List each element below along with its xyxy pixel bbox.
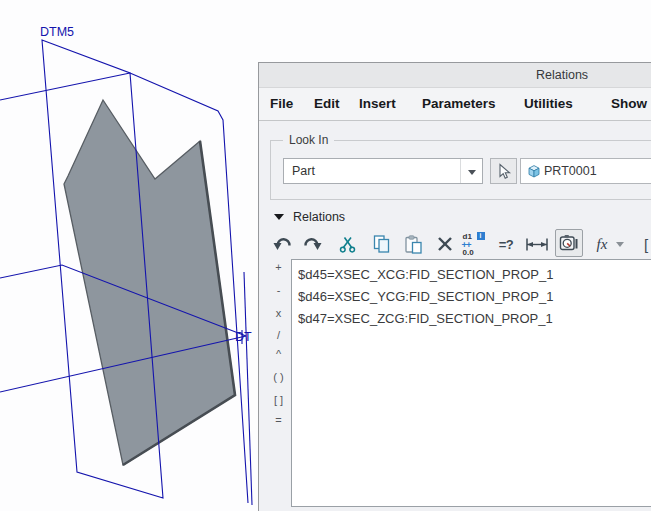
function-dropdown-arrow[interactable] [614,231,626,257]
verify-icon: =? [499,237,514,252]
copy-icon [372,235,391,253]
insert-dimension-button[interactable]: d1 ++ 0.0 i [461,231,485,257]
switch-dimensions-icon [524,237,550,252]
undo-button[interactable] [271,231,295,257]
operator-multiply[interactable]: x [269,307,288,319]
look-in-label: Look In [283,133,334,147]
undo-icon [273,236,293,252]
menu-show[interactable]: Show [611,96,647,111]
relation-line: $d47=XSEC_ZCG:FID_SECTION_PROP_1 [298,308,648,330]
menu-insert[interactable]: Insert [359,96,396,111]
info-badge-icon: i [477,232,485,240]
switch-dimensions-button[interactable] [523,231,551,257]
relations-section-header[interactable]: Relations [274,210,345,224]
datum-label-dt[interactable]: DT [235,330,252,344]
operator-minus[interactable]: - [269,284,288,296]
look-in-value: Part [292,164,315,178]
delete-x-icon [437,236,453,252]
datum-trace-vertical[interactable] [244,272,252,505]
paste-icon [404,235,423,254]
cut-button[interactable] [336,231,358,257]
look-in-combo[interactable]: Part [283,158,483,184]
verify-relations-button[interactable]: =? [495,231,517,257]
relations-dialog: Relations File Edit Insert Parameters Ut… [258,62,651,511]
scissors-icon [339,236,356,253]
operator-divide[interactable]: / [269,329,288,341]
operator-parentheses[interactable]: ( ) [269,371,288,383]
dialog-titlebar[interactable]: Relations [259,63,651,88]
copy-button[interactable] [369,231,393,257]
paste-button[interactable] [401,231,425,257]
part-cube-icon [526,164,541,179]
menu-bar: File Edit Insert Parameters Utilities Sh… [259,88,651,121]
insert-parameter-button[interactable]: [ [640,231,651,257]
function-fx-icon: fx [597,236,608,253]
insert-function-button[interactable]: fx [591,231,613,257]
operator-plus[interactable]: + [269,261,288,273]
chevron-down-icon [616,242,624,247]
operator-power[interactable]: ^ [269,348,288,360]
cursor-arrow-icon [496,163,512,180]
dims-label-bottom: 0.0 [463,248,474,257]
evaluate-button[interactable] [555,229,583,257]
collapse-triangle-icon [274,214,284,220]
relations-section-label: Relations [293,210,345,224]
relation-line: $d45=XSEC_XCG:FID_SECTION_PROP_1 [298,264,648,286]
relation-line: $d46=XSEC_YCG:FID_SECTION_PROP_1 [298,286,648,308]
operator-brackets[interactable]: [ ] [269,394,288,406]
operator-equals[interactable]: = [269,414,288,426]
insert-dimension-icon: d1 ++ 0.0 i [462,232,485,257]
menu-parameters[interactable]: Parameters [422,96,496,111]
relations-editor[interactable]: $d45=XSEC_XCG:FID_SECTION_PROP_1 $d46=XS… [291,259,651,507]
menu-utilities[interactable]: Utilities [524,96,573,111]
datum-trace-upper[interactable] [0,73,130,100]
chevron-down-icon [468,170,476,175]
combo-arrow-zone[interactable] [460,159,482,183]
model-name-field[interactable]: PRT0001 [520,158,651,184]
delete-button[interactable] [434,231,456,257]
model-name: PRT0001 [544,164,597,178]
redo-button[interactable] [300,231,324,257]
select-model-button[interactable] [490,158,517,184]
creo-workspace: DTM5 DT Relations File Edit Insert Param… [0,0,651,511]
dialog-title: Relations [536,68,588,82]
redo-icon [302,236,322,252]
evaluate-gauge-icon [559,233,579,253]
menu-edit[interactable]: Edit [314,96,340,111]
datum-label-dtm5[interactable]: DTM5 [40,25,74,39]
menu-file[interactable]: File [270,96,293,111]
bracket-icon: [ [644,236,648,253]
